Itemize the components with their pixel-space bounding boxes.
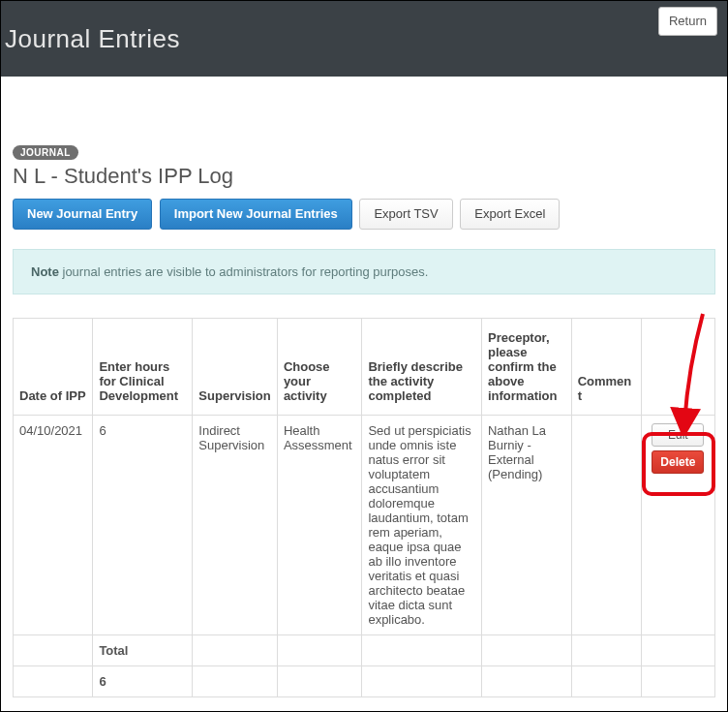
table-row: 04/10/2021 6 Indirect Supervision Health… [14, 415, 715, 635]
export-tsv-button[interactable]: Export TSV [359, 199, 452, 230]
top-bar: Journal Entries Return [1, 1, 727, 77]
page-title: N L - Student's IPP Log [13, 164, 715, 189]
cell-supervision: Indirect Supervision [193, 415, 278, 635]
table-header-row: Date of IPP Enter hours for Clinical Dev… [14, 318, 715, 415]
cell-date: 04/10/2021 [14, 415, 93, 635]
cell-comment [571, 415, 641, 635]
journal-entries-table: Date of IPP Enter hours for Clinical Dev… [13, 318, 715, 697]
note-box: Note journal entries are visible to admi… [13, 249, 715, 294]
journal-pill: JOURNAL [13, 145, 78, 160]
col-hours-header: Enter hours for Clinical Development [93, 318, 193, 415]
page-header-title: Journal Entries [5, 24, 180, 54]
cell-preceptor: Nathan La Burniy - External (Pending) [481, 415, 571, 635]
delete-button[interactable]: Delete [652, 450, 704, 474]
total-hours: 6 [93, 666, 193, 697]
cell-hours: 6 [93, 415, 193, 635]
export-excel-button[interactable]: Export Excel [460, 199, 560, 230]
action-toolbar: New Journal Entry Import New Journal Ent… [13, 199, 715, 230]
import-journal-entries-button[interactable]: Import New Journal Entries [160, 199, 352, 230]
note-text: journal entries are visible to administr… [59, 264, 429, 279]
return-button[interactable]: Return [658, 7, 717, 36]
col-description-header: Briefly describe the activity completed [362, 318, 482, 415]
total-label: Total [93, 635, 193, 666]
col-preceptor-header: Preceptor, please confirm the above info… [481, 318, 571, 415]
note-label: Note [31, 264, 59, 279]
col-comment-header: Comment [571, 318, 641, 415]
col-supervision-header: Supervision [193, 318, 278, 415]
cell-actions: Edit Delete [641, 415, 714, 635]
cell-activity: Health Assessment [277, 415, 362, 635]
table-total-label-row: Total [14, 635, 715, 666]
col-activity-header: Choose your activity [277, 318, 362, 415]
table-total-value-row: 6 [14, 666, 715, 697]
col-date-header: Date of IPP [14, 318, 93, 415]
edit-button[interactable]: Edit [652, 423, 704, 447]
cell-description: Sed ut perspiciatis unde omnis iste natu… [362, 415, 482, 635]
col-actions-header [641, 318, 714, 415]
new-journal-entry-button[interactable]: New Journal Entry [13, 199, 152, 230]
